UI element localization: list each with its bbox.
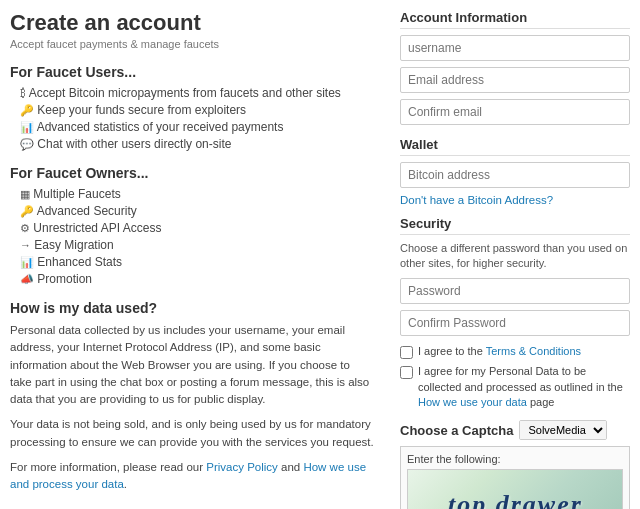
confirm-password-input[interactable]	[400, 310, 630, 336]
username-group	[400, 35, 630, 61]
personal-data-label: I agree for my Personal Data to be colle…	[418, 364, 630, 410]
data-paragraph-3: For more information, please read our Pr…	[10, 459, 374, 494]
captcha-box: Enter the following: top drawer ↺ ♪ ? SO…	[400, 446, 630, 509]
list-item: 🔑 Advanced Security	[14, 204, 374, 218]
captcha-provider-select[interactable]: SolveMedia	[520, 421, 606, 439]
account-info-section: Account Information	[400, 10, 630, 125]
data-section-heading: How is my data used?	[10, 300, 374, 316]
bitcoin-address-group	[400, 162, 630, 188]
captcha-section: Choose a Captcha SolveMedia Enter the fo…	[400, 420, 630, 509]
captcha-text: top drawer	[447, 490, 583, 509]
captcha-header: Choose a Captcha SolveMedia	[400, 420, 630, 440]
password-input[interactable]	[400, 278, 630, 304]
list-item: ⚙ Unrestricted API Access	[14, 221, 374, 235]
faucet-users-heading: For Faucet Users...	[10, 64, 374, 80]
wallet-heading: Wallet	[400, 137, 630, 156]
email-group	[400, 67, 630, 93]
how-we-use-link-left[interactable]: How we use and process your data	[10, 461, 366, 490]
confirm-email-group	[400, 99, 630, 125]
left-panel: Create an account Accept faucet payments…	[10, 10, 384, 509]
captcha-image: top drawer	[407, 469, 623, 509]
password-group	[400, 278, 630, 304]
account-info-heading: Account Information	[400, 10, 630, 29]
bitcoin-address-input[interactable]	[400, 162, 630, 188]
terms-label: I agree to the Terms & Conditions	[418, 344, 581, 359]
list-item: 💬 Chat with other users directly on-site	[14, 137, 374, 151]
page-subtitle: Accept faucet payments & manage faucets	[10, 38, 374, 50]
confirm-password-group	[400, 310, 630, 336]
wallet-section: Wallet Don't have a Bitcoin Address?	[400, 137, 630, 206]
captcha-heading: Choose a Captcha	[400, 423, 513, 438]
list-item: 📣 Promotion	[14, 272, 374, 286]
captcha-enter-text: Enter the following:	[407, 453, 623, 465]
security-section: Security Choose a different password tha…	[400, 216, 630, 336]
how-we-use-data-link[interactable]: How we use your data	[418, 396, 527, 408]
data-paragraph-2: Your data is not being sold, and is only…	[10, 416, 374, 451]
privacy-policy-link[interactable]: Privacy Policy	[206, 461, 278, 473]
security-heading: Security	[400, 216, 630, 235]
terms-link[interactable]: Terms & Conditions	[486, 345, 581, 357]
captcha-provider-wrapper[interactable]: SolveMedia	[519, 420, 607, 440]
personal-data-checkbox-row: I agree for my Personal Data to be colle…	[400, 364, 630, 410]
right-panel: Account Information Wallet Don't have a …	[400, 10, 630, 509]
data-paragraph-1: Personal data collected by us includes y…	[10, 322, 374, 408]
list-item: 📊 Enhanced Stats	[14, 255, 374, 269]
list-item: → Easy Migration	[14, 238, 374, 252]
personal-data-checkbox[interactable]	[400, 366, 413, 379]
no-bitcoin-link[interactable]: Don't have a Bitcoin Address?	[400, 194, 630, 206]
list-item: ▦ Multiple Faucets	[14, 187, 374, 201]
faucet-users-list: ₿ Accept Bitcoin micropayments from fauc…	[10, 86, 374, 151]
faucet-owners-heading: For Faucet Owners...	[10, 165, 374, 181]
data-section: How is my data used? Personal data colle…	[10, 300, 374, 493]
security-desc: Choose a different password than you use…	[400, 241, 630, 272]
list-item: 🔑 Keep your funds secure from exploiters	[14, 103, 374, 117]
email-input[interactable]	[400, 67, 630, 93]
page-title: Create an account	[10, 10, 374, 36]
confirm-email-input[interactable]	[400, 99, 630, 125]
terms-checkbox[interactable]	[400, 346, 413, 359]
username-input[interactable]	[400, 35, 630, 61]
faucet-owners-list: ▦ Multiple Faucets 🔑 Advanced Security ⚙…	[10, 187, 374, 286]
list-item: ₿ Accept Bitcoin micropayments from fauc…	[14, 86, 374, 100]
agreements-section: I agree to the Terms & Conditions I agre…	[400, 344, 630, 411]
terms-checkbox-row: I agree to the Terms & Conditions	[400, 344, 630, 359]
list-item: 📊 Advanced statistics of your received p…	[14, 120, 374, 134]
